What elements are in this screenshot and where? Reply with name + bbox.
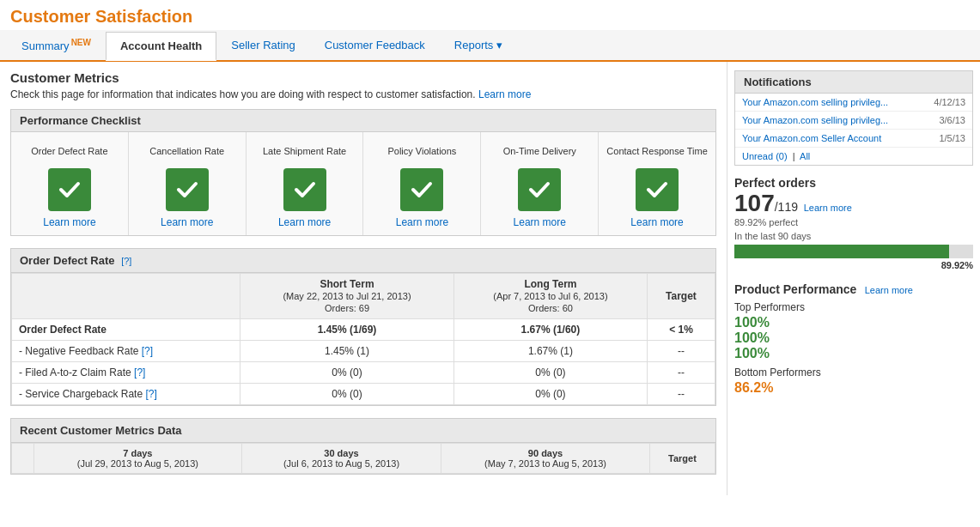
notif-item-1: Your Amazon.com selling privileg... 3/6/…	[735, 112, 972, 130]
performance-checklist: Performance Checklist Order Defect Rate …	[10, 109, 716, 236]
top-value-1: 100%	[734, 330, 973, 346]
defect-col-target: Target	[647, 274, 715, 319]
checklist-learn-3[interactable]: Learn more	[396, 216, 448, 228]
tab-customer-feedback[interactable]: Customer Feedback	[310, 31, 440, 59]
row-label-defect: Order Defect Rate	[12, 319, 240, 341]
notif-item-2: Your Amazon.com Seller Account 1/5/13	[735, 130, 972, 148]
notif-link-1[interactable]: Your Amazon.com selling privileg...	[742, 115, 888, 125]
checklist-items: Order Defect Rate Learn more Cancellatio…	[11, 132, 715, 235]
notif-item-0: Your Amazon.com selling privileg... 4/12…	[735, 94, 972, 112]
notifications-box: Notifications Your Amazon.com selling pr…	[734, 70, 973, 166]
progress-bar-fill	[734, 245, 949, 258]
check-icon-2	[283, 168, 326, 211]
order-defect-help[interactable]: [?]	[121, 256, 131, 266]
atoz-help[interactable]: [?]	[134, 366, 145, 379]
negative-help[interactable]: [?]	[142, 345, 153, 357]
progress-bar-bg	[734, 245, 973, 258]
notif-all-link[interactable]: All	[800, 151, 810, 161]
table-row: - Filed A-to-z Claim Rate [?] 0% (0) 0% …	[12, 362, 715, 384]
recent-table: 7 days (Jul 29, 2013 to Aug 5, 2013) 30 …	[11, 443, 715, 474]
bottom-value: 86.2%	[734, 380, 973, 396]
checklist-learn-5[interactable]: Learn more	[630, 216, 683, 228]
checklist-item-policy: Policy Violations Learn more	[363, 132, 481, 235]
defect-table: Short Term (May 22, 2013 to Jul 21, 2013…	[11, 273, 715, 405]
tab-account-health[interactable]: Account Health	[106, 32, 216, 61]
chargeback-help[interactable]: [?]	[145, 388, 156, 400]
checklist-learn-1[interactable]: Learn more	[161, 216, 213, 228]
checklist-item-order-defect: Order Defect Rate Learn more	[11, 132, 129, 235]
checklist-learn-4[interactable]: Learn more	[514, 216, 566, 228]
checklist-item-ontime: On-Time Delivery Learn more	[481, 132, 599, 235]
tab-summary[interactable]: SummaryNEW	[7, 30, 106, 60]
order-defect-header: Order Defect Rate [?]	[11, 249, 715, 273]
sidebar: Notifications Your Amazon.com selling pr…	[727, 62, 980, 495]
tabs-bar: SummaryNEW Account Health Seller Rating …	[0, 30, 980, 62]
progress-label: 89.92%	[734, 260, 973, 270]
tab-reports[interactable]: Reports	[440, 31, 517, 59]
product-performance: Product Performance Learn more Top Perfo…	[734, 282, 973, 396]
table-row: Order Defect Rate 1.45% (1/69) 1.67% (1/…	[12, 319, 715, 341]
check-icon-0	[48, 168, 91, 211]
table-row: - Negative Feedback Rate [?] 1.45% (1) 1…	[12, 341, 715, 362]
row-target-defect: < 1%	[647, 319, 715, 341]
checklist-header: Performance Checklist	[11, 110, 715, 132]
row-label-chargeback: - Service Chargeback Rate [?]	[12, 384, 240, 405]
top-value-2: 100%	[734, 346, 973, 361]
defect-col-long: Long Term (Apr 7, 2013 to Jul 6, 2013) O…	[453, 274, 647, 319]
bottom-performers-label: Bottom Performers	[734, 366, 973, 379]
perfect-orders-title: Perfect orders	[734, 176, 816, 190]
defect-col-empty	[12, 274, 240, 319]
row-long-defect: 1.67% (1/60)	[453, 319, 647, 341]
recent-col-30days: 30 days (Jul 6, 2013 to Aug 5, 2013)	[241, 444, 441, 474]
tab-seller-rating[interactable]: Seller Rating	[216, 31, 309, 59]
main-layout: Customer Metrics Check this page for inf…	[0, 62, 980, 495]
info-text: Check this page for information that ind…	[10, 88, 716, 100]
customer-metrics-title: Customer Metrics	[10, 70, 716, 85]
recent-metrics-section: Recent Customer Metrics Data 7 days (Jul…	[10, 418, 716, 475]
checklist-learn-2[interactable]: Learn more	[278, 216, 331, 228]
checklist-item-contact: Contact Response Time Learn more	[599, 132, 715, 235]
recent-col-90days: 90 days (May 7, 2013 to Aug 5, 2013)	[441, 444, 650, 474]
recent-metrics-header: Recent Customer Metrics Data	[11, 419, 715, 443]
notif-link-0[interactable]: Your Amazon.com selling privileg...	[742, 97, 888, 107]
checklist-learn-0[interactable]: Learn more	[43, 216, 95, 228]
perfect-orders-learn[interactable]: Learn more	[804, 203, 852, 213]
perfect-orders: Perfect orders 107/119 Learn more 89.92%…	[734, 176, 973, 270]
perfect-orders-subtitle: 89.92% perfect	[734, 217, 973, 227]
row-label-negative: - Negative Feedback Rate [?]	[12, 341, 240, 362]
check-icon-1	[166, 168, 209, 211]
row-short-defect: 1.45% (1/69)	[240, 319, 454, 341]
top-performers-label: Top Performers	[734, 301, 973, 313]
page-title: Customer Satisfaction	[0, 0, 980, 30]
row-label-atoz: - Filed A-to-z Claim Rate [?]	[12, 362, 240, 384]
notif-unread-link[interactable]: Unread (0)	[742, 151, 788, 161]
perfect-orders-count: 107	[734, 190, 775, 216]
check-icon-4	[518, 168, 561, 211]
notif-link-2[interactable]: Your Amazon.com Seller Account	[742, 133, 881, 143]
prod-perf-learn[interactable]: Learn more	[865, 285, 913, 295]
main-content: Customer Metrics Check this page for inf…	[0, 62, 727, 495]
recent-col-target: Target	[649, 444, 715, 474]
checklist-item-late-shipment: Late Shipment Rate Learn more	[247, 132, 364, 235]
notifications-header: Notifications	[735, 71, 972, 94]
check-icon-3	[400, 168, 443, 211]
recent-col-7days: 7 days (Jul 29, 2013 to Aug 5, 2013)	[33, 444, 241, 474]
table-row: - Service Chargeback Rate [?] 0% (0) 0% …	[12, 384, 715, 405]
top-value-0: 100%	[734, 315, 973, 330]
prod-perf-title: Product Performance	[734, 282, 856, 296]
perfect-orders-total: /119	[775, 200, 798, 214]
defect-col-short: Short Term (May 22, 2013 to Jul 21, 2013…	[240, 274, 454, 319]
checklist-item-cancellation: Cancellation Rate Learn more	[129, 132, 247, 235]
recent-col-empty	[12, 444, 34, 474]
check-icon-5	[636, 168, 679, 211]
learn-more-link[interactable]: Learn more	[478, 88, 531, 100]
order-defect-section: Order Defect Rate [?] Short Term (May 22…	[10, 248, 716, 406]
perfect-orders-in-last: In the last 90 days	[734, 231, 973, 241]
notif-footer: Unread (0) | All	[735, 148, 972, 165]
